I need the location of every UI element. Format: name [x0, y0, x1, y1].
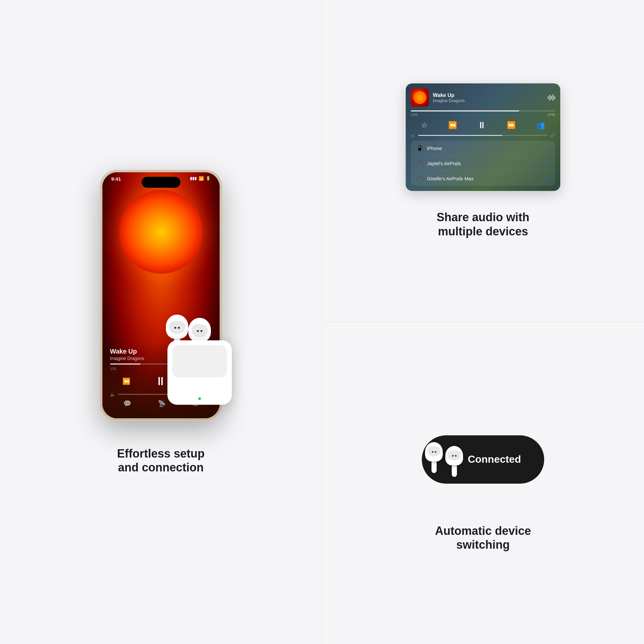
music-widget: Wake Up Imagine Dragons 1:51 -0:56 — [406, 83, 560, 191]
right-panel: Wake Up Imagine Dragons 1:51 -0:56 — [322, 0, 644, 644]
status-bar: 9:41 ▮▮▮ 📶 🔋 — [102, 172, 220, 190]
switching-caption-line1: Automatic device — [435, 524, 531, 537]
album-art-visual — [413, 91, 426, 104]
iphone-mockup: 9:41 ▮▮▮ 📶 🔋 Wake Up Imagine Dragons — [100, 170, 222, 421]
song-info: Wake Up Imagine Dragons — [110, 348, 145, 361]
share-caption-line1: Share audio with — [437, 211, 529, 224]
widget-current-time: 1:51 — [411, 113, 418, 117]
switching-caption: Automatic device switching — [435, 524, 531, 552]
widget-volume-bar[interactable] — [418, 135, 548, 136]
wave-bar-3 — [551, 96, 552, 99]
battery-icon: 🔋 — [206, 176, 211, 181]
album-art — [411, 89, 429, 107]
airpod-right-sensors — [197, 330, 202, 332]
wifi-icon: 📶 — [199, 176, 204, 181]
sensor-dot-3 — [197, 330, 199, 332]
mini-airpod-left-stem — [431, 460, 437, 473]
share-caption-line2: multiple devices — [438, 225, 528, 238]
mini-airpod-right — [445, 446, 463, 477]
widget-volume-fill — [418, 135, 502, 136]
widget-song-title: Wake Up — [433, 92, 544, 98]
mini-airpod-right-stem — [452, 464, 457, 477]
signal-icon: ▮▮▮ — [190, 176, 197, 181]
jaytel-device-icon: 🎧 — [416, 160, 423, 167]
widget-share-button[interactable]: 👥 — [536, 121, 545, 129]
widget-volume: 🔈 🔊 — [411, 133, 555, 137]
device-row-giselle[interactable]: 🎧 Giselle's AirPods Max ✓ — [411, 171, 555, 186]
left-caption-line1: Effortless setup — [117, 447, 204, 460]
giselle-device-icon: 🎧 — [416, 175, 423, 182]
giselle-device-name: Giselle's AirPods Max — [427, 176, 541, 181]
status-time: 9:41 — [111, 176, 121, 182]
sensor-dot-1 — [174, 327, 176, 329]
mini-sensor-2 — [435, 451, 436, 453]
left-caption-line2: and connection — [118, 461, 204, 474]
widget-device-list: 📱 iPhone 🎧 Jaytel's AirPods ✓ 🎧 Giselle'… — [411, 141, 555, 186]
airpods-product — [158, 315, 248, 405]
switching-caption-line2: switching — [456, 538, 510, 551]
widget-progress-fill — [411, 110, 519, 111]
share-audio-caption: Share audio with multiple devices — [437, 210, 529, 238]
status-icons: ▮▮▮ 📶 🔋 — [190, 176, 211, 181]
widget-remaining-time: -0:56 — [547, 113, 555, 117]
audio-wave-icon — [548, 94, 555, 101]
volume-low-icon: 🔈 — [110, 392, 116, 397]
giselle-check-icon: ✓ — [545, 175, 550, 182]
progress-fill — [110, 364, 141, 365]
connected-airpods — [425, 442, 463, 477]
left-panel: 9:41 ▮▮▮ 📶 🔋 Wake Up Imagine Dragons — [0, 0, 322, 644]
widget-vol-high-icon: 🔊 — [550, 133, 555, 137]
mini-sensor-1 — [432, 451, 433, 453]
iphone-device-icon: 📱 — [416, 145, 423, 152]
airpods-case-interior — [172, 345, 227, 377]
device-row-iphone[interactable]: 📱 iPhone — [411, 141, 555, 156]
airpod-left-sensors — [174, 327, 180, 329]
jaytel-device-name: Jaytel's AirPods — [427, 161, 541, 166]
lyrics-tab[interactable]: 💬 — [123, 400, 131, 407]
connected-badge: Connected — [458, 450, 531, 469]
widget-progress-bar[interactable] — [411, 110, 555, 111]
widget-vol-low-icon: 🔈 — [411, 133, 416, 137]
widget-forward-button[interactable]: ⏩ — [507, 121, 516, 129]
mini-sensor-3 — [452, 455, 454, 457]
widget-progress: 1:51 -0:56 — [411, 110, 555, 117]
wave-bar-5 — [554, 96, 555, 99]
mini-airpod-left-head — [425, 442, 443, 461]
device-row-jaytel[interactable]: 🎧 Jaytel's AirPods ✓ — [411, 156, 555, 171]
widget-times: 1:51 -0:56 — [411, 113, 555, 117]
auto-switching-section: Connected — [322, 322, 644, 644]
widget-controls: ☆ ⏪ ⏸ ⏩ 👥 — [411, 120, 555, 130]
wave-bar-2 — [549, 95, 550, 100]
mini-airpod-left — [425, 442, 443, 477]
widget-song-artist: Imagine Dragons — [433, 98, 544, 103]
sensor-dot-4 — [200, 330, 202, 332]
jaytel-check-icon: ✓ — [545, 160, 550, 167]
airpod-left-head — [166, 315, 188, 339]
widget-song-info: Wake Up Imagine Dragons — [433, 92, 544, 103]
wave-bar-4 — [553, 94, 554, 101]
sensor-dot-2 — [178, 327, 180, 329]
left-caption: Effortless setup and connection — [117, 447, 204, 474]
widget-favorite-button[interactable]: ☆ — [421, 121, 428, 129]
connected-scene: Connected — [419, 414, 547, 505]
widget-pause-button[interactable]: ⏸ — [477, 120, 486, 130]
widget-header: Wake Up Imagine Dragons — [411, 89, 555, 107]
song-title: Wake Up — [110, 348, 145, 355]
case-led — [198, 397, 201, 400]
mini-airpod-left-sensors — [432, 451, 436, 453]
song-artist: Imagine Dragons — [110, 356, 145, 361]
airpods-case — [167, 340, 232, 405]
airpod-right-head — [188, 318, 211, 342]
sunset-circle — [119, 190, 203, 274]
widget-rewind-button[interactable]: ⏪ — [448, 121, 457, 129]
current-time: 1:51 — [110, 367, 116, 371]
wave-bar-1 — [548, 96, 549, 99]
mini-airpod-right-sensors — [452, 455, 457, 457]
share-audio-section: Wake Up Imagine Dragons 1:51 -0:56 — [322, 0, 644, 322]
mini-airpod-right-head — [445, 446, 463, 465]
mini-sensor-4 — [455, 455, 457, 457]
rewind-button[interactable]: ⏪ — [122, 377, 130, 385]
iphone-device-name: iPhone — [427, 146, 550, 151]
